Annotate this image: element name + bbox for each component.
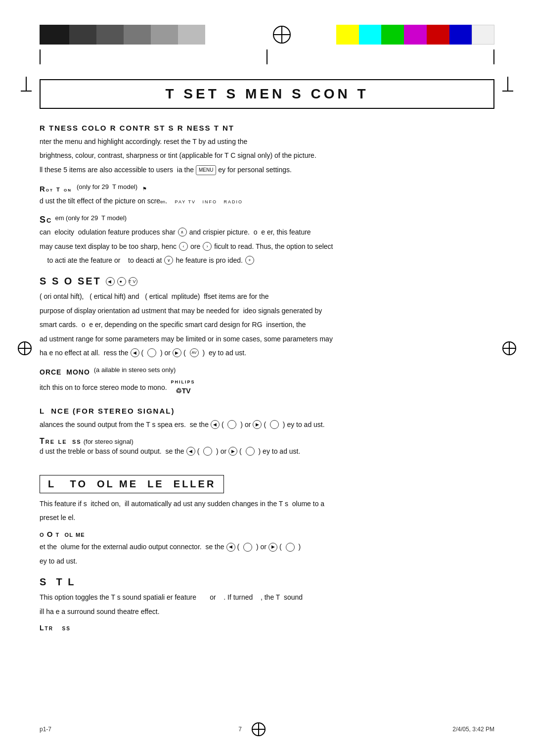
right-margin-mark	[502, 77, 513, 92]
treble-body: d ust the treble or bass of sound output…	[40, 446, 494, 457]
bass-header: ss	[69, 437, 82, 446]
tre-l-inner[interactable]	[203, 447, 212, 456]
spatial-body1: This option toggles the T s sound spatia…	[40, 592, 494, 603]
tre-r-inner[interactable]	[246, 447, 255, 456]
menu-key-icon: MENU	[196, 165, 216, 175]
surround-section: Ltr ss	[40, 624, 494, 632]
cyan-bar	[359, 25, 382, 45]
left-margin-mark	[21, 77, 32, 92]
top-crosshair-area	[227, 25, 336, 45]
nav-right[interactable]: ▶	[173, 348, 181, 357]
magenta-bar	[404, 25, 427, 45]
divider-3	[493, 49, 494, 64]
bal-right[interactable]: ▶	[253, 420, 262, 429]
color-bars-top	[40, 25, 494, 45]
rotation-header: Rot t on	[40, 185, 72, 193]
leveller-header: L to ol me Le eller	[40, 475, 224, 493]
nav-inner[interactable]	[147, 348, 156, 357]
divider-lines	[40, 49, 494, 64]
output-volume-section: o O t ol me et the olume for the externa…	[40, 530, 494, 567]
footer-page-number: 7	[238, 726, 242, 733]
out-r-inner[interactable]	[286, 543, 295, 552]
yellow-bar	[336, 25, 359, 45]
page: T Set S Men s Con t R tness Colo r Contr…	[0, 0, 534, 756]
right-crosshair-circle	[502, 341, 516, 355]
up-btn[interactable]: ∧	[178, 228, 187, 236]
scaler-section: Sc em (only for 29 T model) can elocity …	[40, 213, 494, 266]
treble-subtitle: (for stereo signal)	[84, 438, 134, 445]
balance-body: alances the sound output from the T s sp…	[40, 419, 494, 430]
divider-2	[267, 49, 267, 64]
screen-setup-body3: ad ustment range for some parameters may…	[40, 333, 494, 344]
tv-info-icons: PAY TV INFO RADIO	[175, 199, 243, 204]
bal-l-inner[interactable]	[227, 420, 236, 429]
footer-crosshair	[252, 722, 266, 736]
divider-1	[40, 49, 41, 64]
nav-left[interactable]: ◀	[131, 348, 139, 357]
balance-section: L nce (for stereo signal) alances the so…	[40, 407, 494, 430]
gray-bar-3	[96, 25, 124, 45]
left-crosshair-circle	[18, 341, 32, 355]
main-title: T Set S Men s Con t	[165, 86, 368, 101]
leveller-body2: preset le el.	[40, 512, 494, 523]
footer-right: 2/4/05, 3:42 PM	[452, 726, 494, 733]
gray-bar-6	[178, 25, 205, 45]
screen-setup-section: S S O Set ◀ ● TV ( ori ontal hift), ( er…	[40, 276, 494, 358]
force-mono-body: itch this on to force stereo mode to mon…	[40, 378, 494, 397]
force-mono-subtitle: (a ailable in stereo sets only)	[94, 365, 176, 376]
force-mono-header: ORCE MONO	[40, 368, 90, 376]
footer-left: p1-7	[40, 726, 51, 733]
treble-header: Tre le	[40, 437, 67, 446]
bal-r-inner[interactable]	[270, 420, 279, 429]
stv-logo: ♲TV	[176, 385, 191, 396]
out-right[interactable]: ▶	[268, 543, 277, 552]
brightness-header: R tness Colo r Contr st S r ness T nt	[40, 124, 494, 132]
vol-down[interactable]: ◀	[106, 277, 115, 286]
down-btn[interactable]: ∨	[164, 256, 173, 265]
treble-header-row: Tre le ss (for stereo signal)	[40, 437, 494, 446]
scaler-header-row: Sc em (only for 29 T model)	[40, 213, 494, 227]
out-left[interactable]: ◀	[226, 543, 235, 552]
output-volume-body: et the olume for the external audio outp…	[40, 541, 494, 552]
gray-bar-1	[40, 25, 69, 45]
nav-av[interactable]: AV	[190, 348, 199, 357]
scaler-subtitle: em (only for 29 T model)	[55, 213, 127, 224]
tre-right[interactable]: ▶	[228, 447, 237, 456]
ok-btn[interactable]: ●	[117, 277, 126, 286]
right-crosshair	[502, 341, 516, 355]
brightness-body1: nter the menu and highlight accordingly.…	[40, 136, 494, 147]
spatial-header: S t l	[40, 576, 494, 588]
spatial-section: S t l This option toggles the T s sound …	[40, 576, 494, 617]
alarm-icon: ⚑	[142, 186, 147, 191]
treble-section: Tre le ss (for stereo signal) d ust the …	[40, 437, 494, 457]
blue-bar	[449, 25, 472, 45]
brightness-body3: ll these 5 items are also accessible to …	[40, 164, 494, 175]
rotation-header-row: Rot t on (only for 29 T model) ⚑	[40, 182, 494, 195]
green-bar	[381, 25, 404, 45]
footer: p1-7 7 2/4/05, 3:42 PM	[40, 722, 494, 736]
left-btn[interactable]: ‹	[179, 242, 188, 251]
gray-bar-2	[69, 25, 96, 45]
right-btn[interactable]: ›	[203, 242, 212, 251]
brightness-body2: brightness, colour, contrast, sharpness …	[40, 150, 494, 161]
spatial-body2: ill ha e a surround sound theatre effect…	[40, 606, 494, 617]
white-bar	[472, 25, 494, 45]
out-l-inner[interactable]	[243, 543, 252, 552]
bal-left[interactable]: ◀	[211, 420, 220, 429]
leveller-section: L to ol me Le eller This feature if s it…	[40, 466, 494, 523]
tre-left[interactable]: ◀	[186, 447, 195, 456]
tv-btn[interactable]: TV	[129, 277, 137, 286]
right-color-bars	[336, 25, 494, 45]
rotation-body: d ust the tilt effect of the picture on …	[40, 195, 494, 206]
screen-setup-icons: ◀ ● TV	[105, 277, 138, 286]
rotation-section: Rot t on (only for 29 T model) ⚑ d ust t…	[40, 182, 494, 206]
force-mono-header-row: ORCE MONO (a ailable in stereo sets only…	[40, 365, 494, 378]
output-volume-body2: ey to ad ust.	[40, 556, 494, 567]
gray-bar-4	[124, 25, 151, 45]
screen-setup-header: S S O Set ◀ ● TV	[40, 276, 494, 287]
screen-setup-note: ( ori ontal hift), ( ertical hift) and (…	[40, 291, 494, 302]
brightness-section: R tness Colo r Contr st S r ness T nt nt…	[40, 124, 494, 175]
top-crosshair	[273, 26, 291, 44]
plus-btn[interactable]: +	[245, 256, 254, 265]
screen-setup-body1: purpose of display orientation ad ustmen…	[40, 305, 494, 316]
